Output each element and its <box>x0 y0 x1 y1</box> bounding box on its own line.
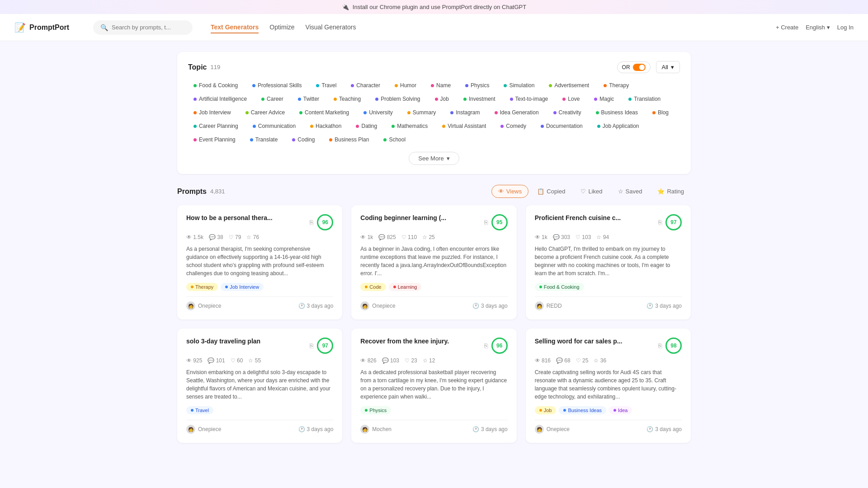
topic-tag[interactable]: Character <box>345 80 386 90</box>
topic-tag[interactable]: Text-to-image <box>505 94 554 104</box>
topic-tag[interactable]: Food & Cooking <box>188 80 243 90</box>
topic-tag[interactable]: Physics <box>460 80 495 90</box>
prompt-tag[interactable]: Code <box>360 283 386 291</box>
topic-tag[interactable]: Dating <box>350 121 382 131</box>
nav-optimize[interactable]: Optimize <box>269 22 294 33</box>
views-count: 👁 1k <box>360 234 373 240</box>
prompt-tags: Therapy Job Interview <box>186 283 333 291</box>
login-button[interactable]: Log In <box>837 24 854 31</box>
topic-tag[interactable]: Hackathon <box>305 121 347 131</box>
prompt-tag[interactable]: Business Ideas <box>559 406 606 414</box>
topic-tag[interactable]: Blog <box>647 108 674 117</box>
language-selector[interactable]: English ▾ <box>806 24 830 31</box>
copy-icon[interactable]: ⎘ <box>658 219 662 226</box>
topic-tag[interactable]: Humor <box>389 80 422 90</box>
topic-tag[interactable]: Creativity <box>548 108 587 117</box>
see-more-button[interactable]: See More ▾ <box>409 152 459 165</box>
topic-tag[interactable]: Event Planning <box>188 135 241 145</box>
topic-tag[interactable]: Therapy <box>598 80 634 90</box>
topic-tag[interactable]: Mathematics <box>386 121 433 131</box>
topic-tag[interactable]: Translate <box>245 135 283 145</box>
prompt-card[interactable]: Recover from the knee injury. ⎘ 96 👁 826… <box>351 328 516 443</box>
topic-tag[interactable]: Simulation <box>498 80 540 90</box>
topic-tag[interactable]: Job Interview <box>188 108 236 117</box>
prompt-card[interactable]: solo 3-day traveling plan ⎘ 97 👁 925 💬 1… <box>177 328 342 443</box>
topic-tag[interactable]: Business Plan <box>324 135 374 145</box>
prompt-time: 🕐 3 days ago <box>646 426 682 432</box>
sort-tab-views[interactable]: 👁Views <box>491 185 528 198</box>
topic-tag[interactable]: Communication <box>247 121 301 131</box>
search-input[interactable] <box>112 24 185 31</box>
topic-tag[interactable]: Summary <box>402 108 441 117</box>
topic-tag[interactable]: Job Application <box>592 121 645 131</box>
likes-count: ♡ 23 <box>405 357 417 364</box>
topic-tag[interactable]: Problem Solving <box>370 94 425 104</box>
toggle-knob[interactable] <box>633 64 646 71</box>
copy-icon[interactable]: ⎘ <box>310 342 313 349</box>
prompt-tag[interactable]: Physics <box>360 406 391 414</box>
topic-tag[interactable]: Twitter <box>292 94 325 104</box>
topic-tag[interactable]: Investment <box>458 94 501 104</box>
topic-tag[interactable]: Translation <box>623 94 666 104</box>
prompt-body: As a personal therapist, I'm seeking com… <box>186 245 333 277</box>
topic-tag[interactable]: Content Marketing <box>294 108 354 117</box>
clock-icon: 🕐 <box>472 303 479 309</box>
topic-tag[interactable]: Instagram <box>445 108 485 117</box>
topic-tag[interactable]: Magic <box>589 94 619 104</box>
topic-tag[interactable]: Travel <box>311 80 342 90</box>
prompt-body: Create captivating selling words for Aud… <box>535 368 682 401</box>
prompt-tag[interactable]: Food & Cooking <box>535 283 584 291</box>
topic-tag[interactable]: Coding <box>287 135 320 145</box>
topic-tag[interactable]: Teaching <box>328 94 366 104</box>
topic-tag[interactable]: Love <box>557 94 585 104</box>
likes-count: ♡ 25 <box>576 357 589 364</box>
search-bar[interactable]: 🔍 <box>93 20 193 35</box>
prompt-card[interactable]: Selling word for car sales p... ⎘ 98 👁 8… <box>526 328 691 443</box>
prompts-title: Prompts 4,831 <box>177 188 225 196</box>
topic-tag[interactable]: Artificial Intelligence <box>188 94 252 104</box>
topic-tag[interactable]: Documentation <box>535 121 588 131</box>
topic-tag[interactable]: University <box>358 108 398 117</box>
topic-tag[interactable]: Job <box>429 94 454 104</box>
copy-icon[interactable]: ⎘ <box>658 342 662 349</box>
prompt-tag[interactable]: Idea <box>609 406 632 414</box>
prompt-card[interactable]: Proficient French cuisine c... ⎘ 97 👁 1k… <box>526 205 691 319</box>
prompt-card[interactable]: How to be a personal thera... ⎘ 96 👁 1.5… <box>177 205 342 319</box>
all-dropdown[interactable]: All ▾ <box>656 61 680 73</box>
sort-tab-liked[interactable]: ♡Liked <box>574 185 609 198</box>
prompts-section: Prompts 4,831 👁Views📋Copied♡Liked☆Saved⭐… <box>177 185 691 443</box>
time-text: 3 days ago <box>655 303 682 309</box>
sort-tab-copied[interactable]: 📋Copied <box>530 185 572 198</box>
prompt-card-actions: ⎘ 98 <box>658 338 682 354</box>
prompt-tag[interactable]: Therapy <box>186 283 218 291</box>
topic-tag[interactable]: Professional Skills <box>247 80 307 90</box>
author-avatar: 🧑 <box>186 425 195 434</box>
prompt-tag[interactable]: Job Interview <box>221 283 264 291</box>
copy-icon[interactable]: ⎘ <box>484 219 488 226</box>
sort-tab-saved[interactable]: ☆Saved <box>611 185 649 198</box>
topic-tag[interactable]: Comedy <box>495 121 532 131</box>
author-avatar: 🧑 <box>186 301 195 310</box>
topic-tag[interactable]: Career Planning <box>188 121 244 131</box>
topic-tag[interactable]: Name <box>425 80 456 90</box>
topic-tag[interactable]: Business Ideas <box>590 108 643 117</box>
logo[interactable]: 📝 PromptPort <box>14 22 82 33</box>
topic-tag[interactable]: Career Advice <box>240 108 290 117</box>
prompt-body: Hello ChatGPT, I'm thrilled to embark on… <box>535 245 682 277</box>
topic-tag[interactable]: School <box>378 135 411 145</box>
sort-tab-rating[interactable]: ⭐Rating <box>651 185 691 198</box>
prompt-tag[interactable]: Job <box>535 406 557 414</box>
nav-visual-generators[interactable]: Visual Generators <box>306 22 356 33</box>
prompt-tag[interactable]: Travel <box>186 406 213 414</box>
topic-tag[interactable]: Idea Generation <box>489 108 544 117</box>
or-toggle[interactable]: OR <box>617 61 651 73</box>
prompt-tag[interactable]: Learning <box>389 283 422 291</box>
topic-tag[interactable]: Virtual Assistant <box>437 121 491 131</box>
topic-tag[interactable]: Advertisement <box>543 80 594 90</box>
copy-icon[interactable]: ⎘ <box>310 219 313 226</box>
nav-text-generators[interactable]: Text Generators <box>211 22 259 33</box>
topic-tag[interactable]: Career <box>256 94 289 104</box>
prompt-card[interactable]: Coding beginner learning (... ⎘ 95 👁 1k … <box>351 205 516 319</box>
copy-icon[interactable]: ⎘ <box>484 342 488 349</box>
create-button[interactable]: + Create <box>776 24 798 31</box>
